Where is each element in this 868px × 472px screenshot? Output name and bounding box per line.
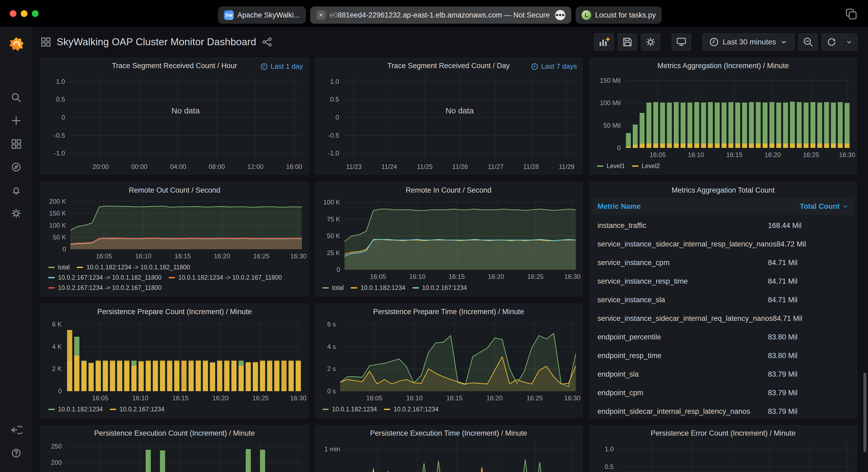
close-tab-icon[interactable]: ✕ [316, 10, 326, 20]
sidebar-alerting-button[interactable] [5, 179, 28, 202]
panel-title[interactable]: Persistence Prepare Count (Increment) / … [41, 304, 308, 319]
chart-plot-area[interactable] [70, 200, 302, 249]
panel-title[interactable]: Metrics Aggregation Total Count [589, 182, 857, 198]
legend-item[interactable]: 10.0.1.182:1234 [48, 404, 103, 414]
panel-title[interactable]: Persistence Error Count (Increment) / Mi… [589, 426, 857, 441]
window-minimize-button[interactable] [21, 10, 28, 17]
panel-title[interactable]: Persistence Execution Time (Increment) /… [315, 426, 582, 441]
tab-title: Locust for tasks.py [595, 11, 656, 20]
panel-metrics-aggregation-increment-minute: Metrics Aggregation (Increment) / Minute… [589, 58, 857, 175]
time-range-picker[interactable]: Last 30 minutes [702, 33, 795, 50]
chart-plot-area[interactable] [340, 321, 576, 391]
x-axis-label: 16:30 [564, 395, 581, 402]
panel-title[interactable]: Persistence Execution Count (Increment) … [41, 426, 308, 441]
y-axis-label: 0 [336, 114, 339, 121]
x-axis-label: 16:25 [803, 151, 819, 159]
x-axis-label: 11/25 [417, 163, 433, 171]
y-axis-label: 25 K [327, 249, 340, 257]
add-panel-button[interactable] [594, 33, 614, 50]
legend-item[interactable]: 10.0.1.182:1234 -> 10.0.2.167_11800 [168, 272, 282, 282]
scrollbar-thumb[interactable] [863, 373, 866, 452]
legend-item[interactable]: 10.0.1.182:1234 [322, 404, 377, 414]
legend-item[interactable]: 10.0.2.167:1234 [384, 404, 438, 414]
chart-plot-area[interactable] [625, 75, 850, 148]
legend-item[interactable]: total [48, 262, 70, 272]
y-axis-label: 100 Mil [600, 99, 621, 107]
chart-plot-area[interactable] [344, 443, 576, 472]
y-axis-label: 50 Mil [603, 122, 621, 129]
chart-plot-area[interactable] [69, 75, 302, 160]
legend-item[interactable]: 10.0.1.182:1234 [351, 282, 405, 293]
legend-item[interactable]: 10.0.2.167:1234 -> 10.0.1.182_11800 [48, 272, 161, 282]
total-count-cell: 168.44 Mil [768, 222, 849, 230]
cycle-view-mode-button[interactable] [672, 33, 691, 50]
legend-item[interactable]: Level2 [632, 161, 660, 171]
x-axis-label: 16:20 [212, 395, 228, 402]
window-close-button[interactable] [10, 10, 17, 17]
page-title[interactable]: SkyWalking OAP Cluster Monitor Dashboard [57, 36, 256, 48]
legend-series-marker-icon [322, 409, 329, 410]
x-axis-label: 16:25 [527, 273, 544, 280]
panel-time-override-badge[interactable]: Last 1 day [260, 62, 303, 71]
legend-item[interactable]: total [322, 282, 344, 293]
panel-time-override-badge[interactable]: Last 7 days [531, 62, 577, 71]
x-axis-label: 16:15 [175, 252, 191, 260]
chart-plot-area[interactable] [343, 75, 576, 160]
sidebar-dashboards-button[interactable] [5, 133, 28, 155]
metric-name-cell: endpoint_resp_time [597, 351, 661, 360]
refresh-dashboard-button[interactable] [822, 33, 841, 50]
grafana-sidebar [0, 27, 32, 472]
metric-name-cell: service_instance_sla [597, 296, 665, 304]
share-icon[interactable] [261, 37, 273, 47]
sidebar-sign-in-button[interactable] [5, 419, 28, 441]
tab-more-icon[interactable]: ••• [555, 10, 565, 20]
legend-item[interactable]: 10.0.2.167:1234 [110, 404, 164, 414]
panel-remote-out-count-second: Remote Out Count / Second200 K150 K100 K… [40, 182, 309, 296]
total-count-cell: 84.72 Mil [776, 240, 849, 248]
panel-title[interactable]: Persistence Prepare Time (Increment) / M… [315, 304, 582, 319]
x-axis-label: 11/28 [523, 163, 539, 171]
tab-apache-skywalking[interactable]: Sw Apache SkyWalki... [218, 6, 306, 24]
legend-item[interactable]: 10.0.1.182:1234 -> 10.0.1.182_11800 [76, 262, 190, 272]
legend-item[interactable]: 10.0.2.167:1234 [412, 282, 467, 293]
dashboard-settings-button[interactable] [641, 33, 660, 50]
metric-name-cell: service_instance_cpm [597, 259, 670, 267]
legend-series-marker-icon [48, 409, 55, 410]
legend-series-marker-icon [384, 409, 390, 410]
tab-locust[interactable]: L Locust for tasks.py [576, 6, 662, 24]
chart-plot-area[interactable] [66, 321, 302, 391]
tab-overview-icon[interactable] [844, 7, 858, 22]
legend-item[interactable]: 10.0.2.167:1234 -> 10.0.2.167_11800 [48, 282, 161, 293]
table-header-metric-name[interactable]: Metric Name [597, 202, 641, 211]
x-axis-label: 16:20 [765, 151, 781, 159]
metric-name-cell: endpoint_sla [597, 370, 639, 378]
x-axis-label: 16:15 [446, 395, 463, 402]
tab-grafana-dashboard[interactable]: ✕ e0881eed4-22961232.ap-east-1.elb.amazo… [310, 6, 571, 24]
y-axis-label: 200 K [49, 198, 66, 205]
grafana-logo[interactable] [5, 33, 28, 56]
sidebar-search-button[interactable] [5, 86, 28, 109]
chart-plot-area[interactable] [344, 200, 576, 270]
zoom-out-time-button[interactable] [798, 33, 818, 50]
tv-icon [676, 37, 687, 47]
sidebar-explore-button[interactable] [5, 156, 28, 178]
window-maximize-button[interactable] [32, 10, 38, 17]
legend-series-marker-icon [48, 287, 55, 289]
chart-plot-area[interactable] [618, 443, 850, 472]
dashboards-grid-icon [10, 138, 22, 150]
panel-title[interactable]: Remote In Count / Second [315, 182, 582, 198]
sidebar-help-button[interactable] [5, 442, 28, 465]
legend-item[interactable]: Level1 [597, 161, 625, 171]
panel-title[interactable]: Metrics Aggregation (Increment) / Minute [589, 58, 857, 73]
chart-plot-area[interactable] [66, 443, 302, 472]
sidebar-create-button[interactable] [5, 109, 28, 132]
save-dashboard-button[interactable] [618, 33, 637, 50]
table-header-total-count[interactable]: Total Count [800, 202, 849, 211]
sidebar-configuration-button[interactable] [5, 202, 28, 225]
refresh-interval-dropdown[interactable] [841, 33, 857, 50]
x-axis-label: 16:25 [253, 252, 270, 260]
y-axis-label: 0 [63, 245, 66, 253]
x-axis-label: 16:20 [214, 252, 230, 260]
panel-title[interactable]: Remote Out Count / Second [41, 182, 308, 198]
x-axis-label: 16:20 [488, 273, 504, 280]
